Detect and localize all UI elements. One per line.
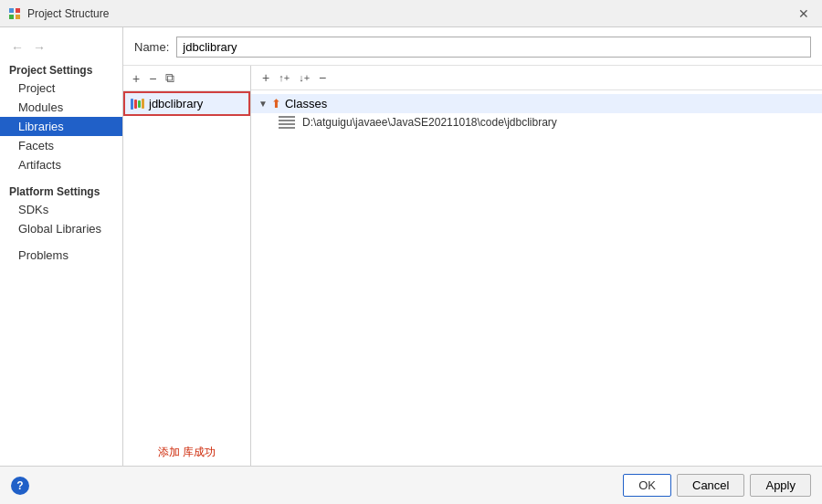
cancel-button[interactable]: Cancel — [677, 474, 744, 497]
svg-rect-1 — [16, 8, 20, 13]
lib-list-toolbar: + − ⧉ — [123, 66, 250, 91]
classes-add-another-button[interactable]: ↓+ — [295, 71, 313, 84]
success-message: 添加 库成功 — [123, 439, 250, 466]
classes-add-special-button[interactable]: ↑+ — [275, 71, 293, 84]
right-panel: Name: + − ⧉ — [123, 27, 822, 466]
project-settings-label: Project Settings — [0, 60, 122, 79]
classes-header-row[interactable]: ▼ ⬆ Classes — [251, 94, 822, 113]
path-icon — [279, 116, 295, 129]
svg-rect-3 — [16, 15, 20, 19]
bottom-bar: ? OK Cancel Apply — [0, 466, 822, 504]
apply-button[interactable]: Apply — [750, 474, 811, 497]
sidebar-divider-2 — [0, 238, 122, 246]
collapse-triangle: ▼ — [258, 99, 268, 109]
lib-list-item-jdbclibrary[interactable]: jdbclibrary — [123, 91, 250, 116]
sidebar-item-modules[interactable]: Modules — [0, 98, 122, 117]
close-button[interactable]: ✕ — [793, 5, 815, 23]
forward-button[interactable]: → — [29, 38, 49, 57]
sidebar-item-global-libraries[interactable]: Global Libraries — [0, 219, 122, 238]
platform-settings-label: Platform Settings — [0, 182, 122, 200]
sidebar-item-artifacts[interactable]: Artifacts — [0, 155, 122, 174]
svg-rect-7 — [279, 127, 295, 129]
name-input[interactable] — [176, 37, 811, 58]
svg-rect-6 — [279, 123, 295, 125]
library-icon — [131, 99, 144, 110]
lib-remove-button[interactable]: − — [145, 70, 160, 87]
ok-button[interactable]: OK — [623, 474, 671, 497]
back-button[interactable]: ← — [7, 38, 27, 57]
main-content: ← → Project Settings Project Modules Lib… — [0, 27, 822, 466]
sidebar-item-sdks[interactable]: SDKs — [0, 200, 122, 219]
svg-rect-2 — [9, 15, 14, 19]
classes-add-special-icon: ↑+ — [279, 72, 290, 83]
svg-rect-5 — [279, 120, 295, 121]
name-label: Name: — [134, 40, 169, 54]
help-button[interactable]: ? — [11, 477, 29, 495]
classes-toolbar: + ↑+ ↓+ − — [251, 66, 822, 90]
lib-item-label: jdbclibrary — [149, 97, 203, 110]
classes-arrow-icon: ⬆ — [271, 97, 281, 110]
svg-rect-4 — [279, 116, 295, 118]
window-title: Project Structure — [27, 7, 793, 20]
sidebar-item-facets[interactable]: Facets — [0, 136, 122, 155]
sidebar-divider — [0, 174, 122, 182]
sidebar-item-problems[interactable]: Problems — [0, 246, 122, 265]
classes-remove-button[interactable]: − — [315, 69, 330, 86]
classes-add-another-icon: ↓+ — [299, 72, 310, 83]
lib-list: jdbclibrary — [123, 91, 250, 439]
nav-buttons: ← → — [0, 35, 122, 60]
sidebar-item-project[interactable]: Project — [0, 79, 122, 98]
svg-rect-0 — [9, 8, 14, 13]
lib-list-panel: + − ⧉ jdbclibrary 添加 库成功 — [123, 66, 251, 466]
sidebar-item-libraries[interactable]: Libraries — [0, 117, 122, 136]
title-bar: Project Structure ✕ — [0, 0, 822, 27]
classes-label: Classes — [285, 97, 327, 110]
name-row: Name: — [123, 27, 822, 66]
classes-path-row[interactable]: D:\atguigu\javaee\JavaSE20211018\code\jd… — [251, 113, 822, 131]
classes-path: D:\atguigu\javaee\JavaSE20211018\code\jd… — [302, 116, 557, 129]
app-icon — [7, 6, 22, 21]
lib-add-button[interactable]: + — [129, 70, 143, 87]
sidebar: ← → Project Settings Project Modules Lib… — [0, 27, 123, 466]
classes-panel: + ↑+ ↓+ − ▼ ⬆ Classes — [251, 66, 822, 466]
classes-add-button[interactable]: + — [258, 69, 273, 86]
classes-tree: ▼ ⬆ Classes D:\atg — [251, 90, 822, 466]
lib-copy-button[interactable]: ⧉ — [162, 69, 178, 87]
library-section: + − ⧉ jdbclibrary 添加 库成功 — [123, 66, 822, 466]
